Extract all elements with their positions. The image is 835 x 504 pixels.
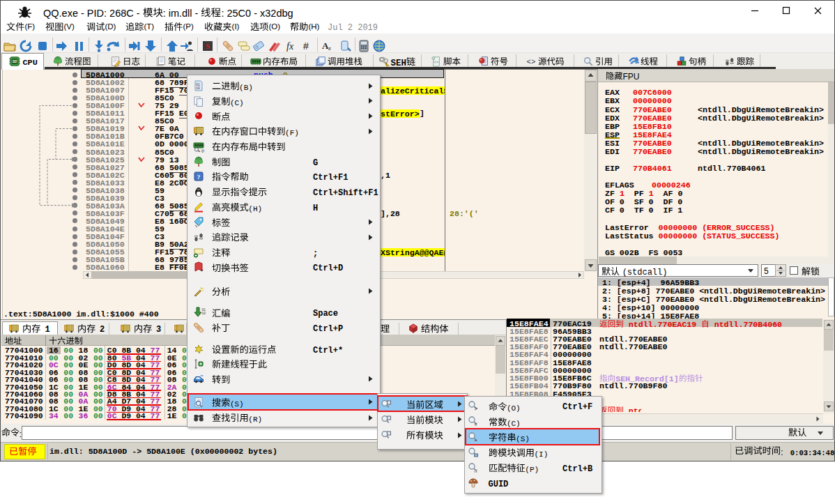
svg-text:#: # <box>475 422 477 427</box>
svg-text:@: @ <box>201 148 205 152</box>
svg-text:?: ? <box>197 174 201 181</box>
svg-text:10: 10 <box>196 86 200 90</box>
svg-text:10: 10 <box>202 312 206 315</box>
svg-text:n: n <box>201 268 203 272</box>
